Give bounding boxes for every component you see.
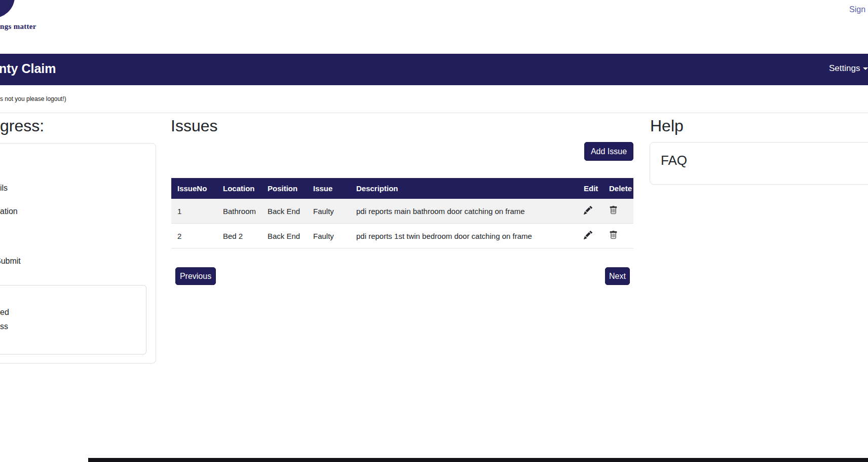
faq-card: FAQ <box>650 142 868 185</box>
previous-button[interactable]: Previous <box>175 267 216 285</box>
next-button[interactable]: Next <box>605 267 630 285</box>
cell-location: Bathroom <box>217 199 261 224</box>
cell-description: pdi reports main bathroom door catching … <box>350 199 578 224</box>
trash-icon[interactable] <box>609 206 618 215</box>
issues-table-header-row: IssueNo Location Position Issue Descript… <box>171 178 633 199</box>
cell-position: Back End <box>261 199 307 224</box>
trash-icon[interactable] <box>609 231 618 239</box>
progress-step-details[interactable]: ils <box>0 184 8 193</box>
company-logo-icon <box>0 0 15 19</box>
col-header-issueno: IssueNo <box>171 178 217 199</box>
sign-out-link[interactable]: Sign o <box>849 5 868 14</box>
bottom-window-edge <box>88 458 868 462</box>
progress-step-submit[interactable]: Submit <box>0 257 21 266</box>
col-header-description: Description <box>350 178 578 199</box>
cell-issueno: 1 <box>171 199 217 224</box>
cell-issueno: 2 <box>171 224 217 248</box>
logo-tagline: ngs matter <box>0 22 36 31</box>
navbar: nty Claim Settings <box>0 54 868 85</box>
add-issue-button[interactable]: Add Issue <box>584 142 633 161</box>
settings-menu[interactable]: Settings <box>829 63 868 74</box>
page-divider <box>0 113 868 113</box>
app-screen: ngs matter Sign o nty Claim Settings s n… <box>0 0 868 462</box>
cell-description: pdi reports 1st twin bedroom door catchi… <box>350 224 578 248</box>
progress-status-box <box>0 285 146 354</box>
navbar-brand-title: nty Claim <box>0 61 56 76</box>
pencil-icon[interactable] <box>584 206 592 215</box>
table-row: 1 Bathroom Back End Faulty pdi reports m… <box>171 199 633 224</box>
cell-position: Back End <box>261 224 307 248</box>
col-header-issue: Issue <box>307 178 350 199</box>
issues-heading: Issues <box>171 117 217 135</box>
progress-heading: gress: <box>0 117 44 135</box>
cell-issue: Faulty <box>307 224 350 248</box>
caret-down-icon <box>863 67 868 70</box>
table-row: 2 Bed 2 Back End Faulty pdi reports 1st … <box>171 224 633 248</box>
cell-issue: Faulty <box>307 199 350 224</box>
issues-table: IssueNo Location Position Issue Descript… <box>171 178 633 248</box>
cell-location: Bed 2 <box>217 224 261 248</box>
welcome-message: s not you please logout!) <box>0 95 66 102</box>
pencil-icon[interactable] <box>584 231 592 239</box>
progress-status-item: ed <box>0 308 9 317</box>
faq-link[interactable]: FAQ <box>661 153 687 168</box>
progress-status-item: ss <box>0 322 8 331</box>
help-heading: Help <box>650 117 684 135</box>
col-header-position: Position <box>261 178 307 199</box>
col-header-edit: Edit <box>578 178 603 199</box>
col-header-location: Location <box>217 178 261 199</box>
col-header-delete: Delete <box>603 178 633 199</box>
progress-step-location[interactable]: ation <box>0 207 18 216</box>
settings-label: Settings <box>829 63 860 73</box>
